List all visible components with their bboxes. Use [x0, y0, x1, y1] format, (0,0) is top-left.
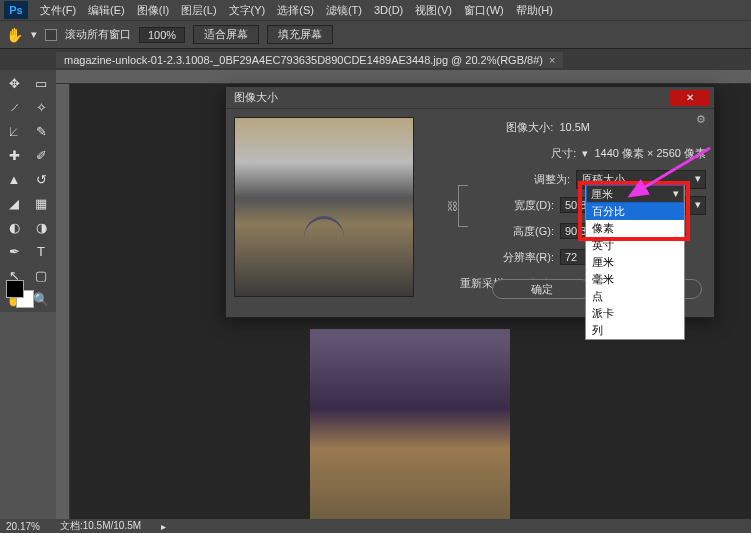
unit-option-mm[interactable]: 毫米: [586, 271, 684, 288]
unit-option-inches[interactable]: 英寸: [586, 237, 684, 254]
menu-view[interactable]: 视图(V): [409, 3, 458, 18]
menu-help[interactable]: 帮助(H): [510, 3, 559, 18]
scroll-all-checkbox[interactable]: [45, 29, 57, 41]
dialog-preview: [234, 117, 414, 297]
shape-tool-icon[interactable]: ▢: [29, 264, 53, 286]
status-zoom[interactable]: 20.17%: [6, 521, 40, 532]
dropdown-icon[interactable]: ▾: [31, 28, 37, 41]
size-value: 10.5M: [559, 121, 590, 133]
dim-label: 尺寸:: [551, 146, 576, 161]
options-bar: ✋ ▾ 滚动所有窗口 100% 适合屏幕 填充屏幕: [0, 20, 751, 48]
menu-edit[interactable]: 编辑(E): [82, 3, 131, 18]
chevron-down-icon: ▾: [695, 198, 701, 213]
close-icon[interactable]: ×: [549, 54, 555, 66]
dialog-title-text: 图像大小: [234, 90, 278, 105]
unit-option-cm[interactable]: 厘米: [586, 254, 684, 271]
link-bracket: [458, 185, 468, 227]
menu-type[interactable]: 文字(Y): [223, 3, 272, 18]
status-bar: 20.17% 文档:10.5M/10.5M ▸: [0, 519, 751, 533]
unit-option-columns[interactable]: 列: [586, 322, 684, 339]
stamp-tool-icon[interactable]: ▲: [2, 168, 26, 190]
dim-dropdown-icon[interactable]: ▾: [582, 147, 588, 160]
document-image: [310, 329, 510, 529]
pen-tool-icon[interactable]: ✒: [2, 240, 26, 262]
scroll-all-label: 滚动所有窗口: [65, 27, 131, 42]
color-swatches[interactable]: [6, 280, 24, 298]
dim-value: 1440 像素 × 2560 像素: [594, 146, 706, 161]
res-label: 分辨率(R):: [503, 250, 554, 265]
dodge-tool-icon[interactable]: ◑: [29, 216, 53, 238]
menu-3d[interactable]: 3D(D): [368, 4, 409, 16]
type-tool-icon[interactable]: T: [29, 240, 53, 262]
ruler-vertical: [56, 84, 70, 519]
wand-tool-icon[interactable]: ✧: [29, 96, 53, 118]
marquee-tool-icon[interactable]: ▭: [29, 72, 53, 94]
height-label: 高度(G):: [513, 224, 554, 239]
main-menu: Ps 文件(F) 编辑(E) 图像(I) 图层(L) 文字(Y) 选择(S) 滤…: [0, 0, 751, 20]
eraser-tool-icon[interactable]: ◢: [2, 192, 26, 214]
gradient-tool-icon[interactable]: ▦: [29, 192, 53, 214]
menu-file[interactable]: 文件(F): [34, 3, 82, 18]
hand-tool-icon[interactable]: ✋: [6, 27, 23, 43]
unit-option-percent[interactable]: 百分比: [586, 203, 684, 220]
unit-dropdown-head[interactable]: 厘米▾: [586, 185, 684, 203]
status-doc[interactable]: 文档:10.5M/10.5M: [60, 519, 141, 533]
menu-image[interactable]: 图像(I): [131, 3, 175, 18]
blur-tool-icon[interactable]: ◐: [2, 216, 26, 238]
fit-screen-button[interactable]: 适合屏幕: [193, 25, 259, 44]
size-label: 图像大小:: [506, 120, 553, 135]
document-tab[interactable]: magazine-unlock-01-2.3.1008-_0BF29A4EC79…: [56, 52, 563, 68]
toolbox: ✥ ▭ ⟋ ✧ ⟀ ✎ ✚ ✐ ▲ ↺ ◢ ▦ ◐ ◑ ✒ T ↖ ▢ ✋ 🔍: [0, 70, 56, 312]
unit-option-picas[interactable]: 派卡: [586, 305, 684, 322]
document-tabs: magazine-unlock-01-2.3.1008-_0BF29A4EC79…: [0, 48, 751, 70]
unit-option-pixels[interactable]: 像素: [586, 220, 684, 237]
lasso-tool-icon[interactable]: ⟋: [2, 96, 26, 118]
fit-label: 调整为:: [534, 172, 570, 187]
fill-screen-button[interactable]: 填充屏幕: [267, 25, 333, 44]
heal-tool-icon[interactable]: ✚: [2, 144, 26, 166]
close-x-icon: ✕: [686, 92, 694, 103]
crop-tool-icon[interactable]: ⟀: [2, 120, 26, 142]
menu-window[interactable]: 窗口(W): [458, 3, 510, 18]
menu-layer[interactable]: 图层(L): [175, 3, 222, 18]
eyedropper-tool-icon[interactable]: ✎: [29, 120, 53, 142]
gear-icon[interactable]: ⚙: [696, 113, 706, 126]
ok-button[interactable]: 确定: [492, 279, 592, 299]
width-label: 宽度(D):: [514, 198, 554, 213]
tab-title: magazine-unlock-01-2.3.1008-_0BF29A4EC79…: [64, 54, 543, 66]
dialog-titlebar[interactable]: 图像大小 ✕: [226, 87, 714, 109]
unit-option-points[interactable]: 点: [586, 288, 684, 305]
dialog-close-button[interactable]: ✕: [670, 90, 710, 106]
menu-filter[interactable]: 滤镜(T): [320, 3, 368, 18]
app-logo: Ps: [4, 1, 28, 19]
zoom-value[interactable]: 100%: [139, 27, 185, 43]
history-brush-icon[interactable]: ↺: [29, 168, 53, 190]
chain-link-icon[interactable]: ⛓: [447, 200, 458, 212]
status-arrow-icon[interactable]: ▸: [161, 521, 166, 532]
chevron-down-icon: ▾: [673, 187, 679, 201]
brush-tool-icon[interactable]: ✐: [29, 144, 53, 166]
chevron-down-icon: ▾: [695, 172, 701, 187]
unit-dropdown-list[interactable]: 厘米▾ 百分比 像素 英寸 厘米 毫米 点 派卡 列: [585, 184, 685, 340]
move-tool-icon[interactable]: ✥: [2, 72, 26, 94]
ruler-horizontal: [56, 70, 751, 84]
menu-select[interactable]: 选择(S): [271, 3, 320, 18]
foreground-swatch[interactable]: [6, 280, 24, 298]
